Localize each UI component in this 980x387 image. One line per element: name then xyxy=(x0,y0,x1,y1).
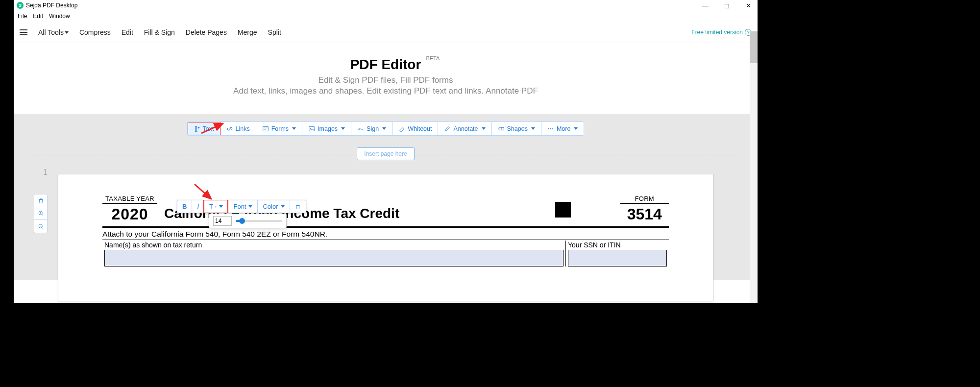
chevron-down-icon xyxy=(341,127,345,130)
text-format-toolbar: B I T↕ Font Color xyxy=(177,200,306,213)
hero: PDF Editor BETA Edit & Sign PDF files, F… xyxy=(14,43,758,114)
vertical-scrollbar[interactable] xyxy=(750,31,758,303)
app-toolbar: All Tools Compress Edit Fill & Sign Dele… xyxy=(14,22,758,43)
eraser-icon xyxy=(398,125,405,132)
chevron-down-icon xyxy=(219,205,223,208)
nav-all-tools[interactable]: All Tools xyxy=(38,28,69,36)
insert-page-row: Insert page here xyxy=(33,147,738,160)
nav-edit[interactable]: Edit xyxy=(122,28,133,36)
edit-toolbar: Text Links Forms Images xyxy=(14,121,758,136)
chevron-down-icon xyxy=(482,127,486,130)
delete-text-button[interactable] xyxy=(290,200,306,213)
free-version-link[interactable]: Free limited version ? xyxy=(691,29,752,36)
tool-text-button[interactable]: Text xyxy=(188,122,220,135)
font-size-button[interactable]: T↕ xyxy=(204,200,228,213)
chevron-down-icon xyxy=(292,127,296,130)
hero-subtitle: Edit & Sign PDF files, Fill PDF forms xyxy=(14,75,758,85)
shapes-icon xyxy=(498,125,505,132)
trash-icon xyxy=(295,204,301,210)
menubar: File Edit Window xyxy=(14,11,758,22)
zoom-out-icon xyxy=(38,223,44,230)
signature-icon xyxy=(357,125,364,132)
document-area: Text Links Forms Images xyxy=(14,114,758,280)
menu-window[interactable]: Window xyxy=(49,13,70,20)
tool-images-button[interactable]: Images xyxy=(302,122,351,135)
window-maximize-button[interactable]: ◻ xyxy=(720,2,733,9)
barcode-placeholder xyxy=(555,202,571,218)
chevron-down-icon xyxy=(248,205,252,208)
tool-forms-button[interactable]: Forms xyxy=(256,122,302,135)
tool-annotate-button[interactable]: Annotate xyxy=(438,122,491,135)
font-size-slider[interactable] xyxy=(236,220,282,222)
italic-button[interactable]: I xyxy=(192,200,204,213)
chevron-down-icon xyxy=(574,127,578,130)
zoom-out-button[interactable] xyxy=(34,220,47,233)
ssn-field-label: Your SSN or ITIN xyxy=(568,241,667,249)
form-label: FORM xyxy=(620,195,669,204)
insert-page-button[interactable]: Insert page here xyxy=(357,147,414,160)
hero-description: Add text, links, images and shapes. Edit… xyxy=(14,86,758,96)
nav-merge[interactable]: Merge xyxy=(238,28,257,36)
page-title: PDF Editor BETA xyxy=(350,57,421,73)
names-field-label: Name(s) as shown on tax return xyxy=(104,241,564,249)
chevron-down-icon xyxy=(65,31,69,34)
zoom-in-icon xyxy=(38,210,44,217)
nav-fill-sign[interactable]: Fill & Sign xyxy=(144,28,175,36)
link-icon xyxy=(226,125,233,132)
bold-button[interactable]: B xyxy=(177,200,192,213)
text-cursor-icon xyxy=(194,125,200,132)
delete-page-button[interactable] xyxy=(34,194,47,207)
svg-point-4 xyxy=(498,127,501,130)
chevron-down-icon xyxy=(281,205,285,208)
scrollbar-thumb[interactable] xyxy=(750,31,758,63)
nav-delete-pages[interactable]: Delete Pages xyxy=(186,28,227,36)
attach-instruction: Attach to your California Form 540, Form… xyxy=(102,230,669,239)
form-number: 3514 xyxy=(620,205,669,223)
tool-sign-button[interactable]: Sign xyxy=(351,122,392,135)
window-minimize-button[interactable]: — xyxy=(699,2,711,9)
menu-edit[interactable]: Edit xyxy=(33,13,43,20)
tool-whiteout-button[interactable]: Whiteout xyxy=(392,122,438,135)
trash-icon xyxy=(38,197,44,204)
menu-file[interactable]: File xyxy=(18,13,27,20)
window-close-button[interactable]: ✕ xyxy=(742,2,755,9)
window-titlebar: S Sejda PDF Desktop — ◻ ✕ xyxy=(14,0,758,11)
names-input[interactable] xyxy=(104,250,564,266)
font-color-button[interactable]: Color xyxy=(257,200,289,213)
form-icon xyxy=(262,125,269,132)
taxable-year-label: TAXABLE YEAR xyxy=(102,195,157,204)
chevron-down-icon xyxy=(531,127,535,130)
nav-compress[interactable]: Compress xyxy=(79,28,111,36)
ssn-input[interactable] xyxy=(568,250,667,266)
chevron-down-icon xyxy=(382,127,386,130)
pencil-icon xyxy=(444,125,451,132)
font-size-popover xyxy=(209,214,287,228)
beta-badge: BETA xyxy=(426,55,440,61)
font-family-button[interactable]: Font xyxy=(228,200,257,213)
dots-icon: ⋯ xyxy=(547,125,554,132)
tool-links-button[interactable]: Links xyxy=(220,122,256,135)
app-icon: S xyxy=(17,2,24,9)
image-icon xyxy=(308,125,315,132)
page-side-tools xyxy=(34,194,48,233)
svg-rect-5 xyxy=(501,127,504,130)
window-title: Sejda PDF Desktop xyxy=(26,2,77,9)
font-size-input[interactable] xyxy=(213,216,232,226)
pdf-page[interactable]: B I T↕ Font Color xyxy=(58,174,713,301)
svg-rect-2 xyxy=(309,126,315,131)
hamburger-icon[interactable] xyxy=(20,29,27,35)
zoom-in-button[interactable] xyxy=(34,207,47,220)
page-number: 1 xyxy=(43,168,48,177)
svg-rect-1 xyxy=(263,126,268,131)
tax-year: 2020 xyxy=(102,205,157,223)
nav-split[interactable]: Split xyxy=(268,28,281,36)
tool-more-button[interactable]: ⋯ More xyxy=(541,122,584,135)
tool-shapes-button[interactable]: Shapes xyxy=(492,122,541,135)
